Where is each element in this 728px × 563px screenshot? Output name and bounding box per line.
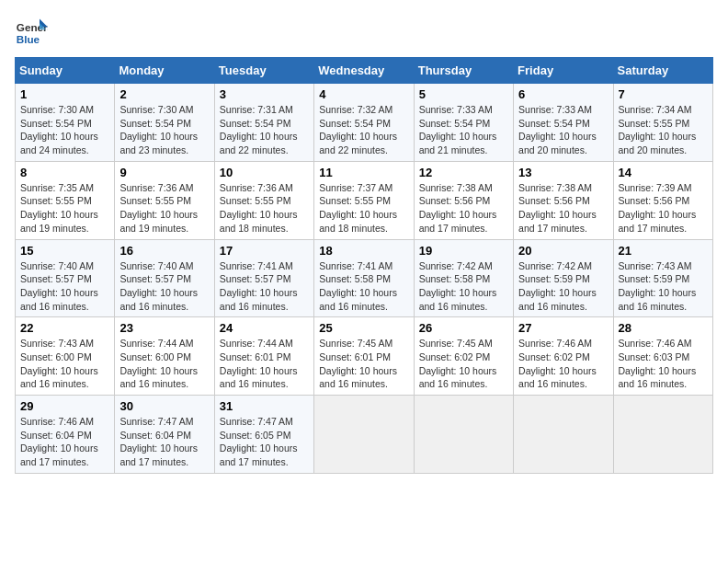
day-info: Sunrise: 7:36 AMSunset: 5:55 PMDaylight:… xyxy=(119,181,209,236)
day-number: 15 xyxy=(20,244,109,258)
day-info: Sunrise: 7:38 AMSunset: 5:56 PMDaylight:… xyxy=(518,181,608,236)
calendar-cell: 18Sunrise: 7:41 AMSunset: 5:58 PMDayligh… xyxy=(314,239,414,317)
day-info: Sunrise: 7:37 AMSunset: 5:55 PMDaylight:… xyxy=(319,181,408,236)
day-number: 25 xyxy=(319,321,408,335)
weekday-header: Saturday xyxy=(613,58,712,84)
calendar-cell: 28Sunrise: 7:46 AMSunset: 6:03 PMDayligh… xyxy=(613,317,712,396)
calendar-cell: 2Sunrise: 7:30 AMSunset: 5:54 PMDaylight… xyxy=(115,84,214,162)
day-number: 3 xyxy=(220,87,309,101)
calendar-cell: 16Sunrise: 7:40 AMSunset: 5:57 PMDayligh… xyxy=(115,239,214,317)
calendar-cell: 10Sunrise: 7:36 AMSunset: 5:55 PMDayligh… xyxy=(214,161,313,239)
day-info: Sunrise: 7:46 AMSunset: 6:03 PMDaylight:… xyxy=(619,337,708,391)
calendar-cell: 9Sunrise: 7:36 AMSunset: 5:55 PMDaylight… xyxy=(115,161,214,239)
calendar-week-row: 29Sunrise: 7:46 AMSunset: 6:04 PMDayligh… xyxy=(16,396,713,474)
logo: General Blue xyxy=(15,15,48,48)
day-number: 2 xyxy=(119,87,209,101)
calendar-cell: 7Sunrise: 7:34 AMSunset: 5:55 PMDaylight… xyxy=(613,84,712,162)
day-info: Sunrise: 7:40 AMSunset: 5:57 PMDaylight:… xyxy=(119,259,209,314)
calendar-cell: 27Sunrise: 7:46 AMSunset: 6:02 PMDayligh… xyxy=(514,317,613,396)
day-number: 30 xyxy=(119,399,209,413)
calendar-cell: 5Sunrise: 7:33 AMSunset: 5:54 PMDaylight… xyxy=(414,84,513,162)
day-number: 14 xyxy=(619,166,708,179)
calendar-cell: 30Sunrise: 7:47 AMSunset: 6:04 PMDayligh… xyxy=(115,396,214,474)
day-info: Sunrise: 7:36 AMSunset: 5:55 PMDaylight:… xyxy=(220,181,309,236)
calendar-week-row: 22Sunrise: 7:43 AMSunset: 6:00 PMDayligh… xyxy=(16,317,713,396)
day-info: Sunrise: 7:32 AMSunset: 5:54 PMDaylight:… xyxy=(319,103,408,157)
day-info: Sunrise: 7:42 AMSunset: 5:59 PMDaylight:… xyxy=(518,259,608,314)
calendar-cell: 12Sunrise: 7:38 AMSunset: 5:56 PMDayligh… xyxy=(414,161,513,239)
day-number: 1 xyxy=(20,87,109,101)
calendar-cell: 19Sunrise: 7:42 AMSunset: 5:58 PMDayligh… xyxy=(414,239,513,317)
day-number: 8 xyxy=(20,166,109,179)
weekday-header: Friday xyxy=(514,58,613,84)
calendar-cell: 31Sunrise: 7:47 AMSunset: 6:05 PMDayligh… xyxy=(214,396,313,474)
day-info: Sunrise: 7:47 AMSunset: 6:05 PMDaylight:… xyxy=(220,415,309,469)
calendar-week-row: 8Sunrise: 7:35 AMSunset: 5:55 PMDaylight… xyxy=(16,161,713,239)
weekday-header: Monday xyxy=(115,58,214,84)
day-number: 29 xyxy=(20,399,109,413)
day-info: Sunrise: 7:30 AMSunset: 5:54 PMDaylight:… xyxy=(119,103,209,157)
calendar-cell: 29Sunrise: 7:46 AMSunset: 6:04 PMDayligh… xyxy=(16,396,115,474)
day-info: Sunrise: 7:39 AMSunset: 5:56 PMDaylight:… xyxy=(619,181,708,236)
weekday-header: Tuesday xyxy=(214,58,313,84)
day-number: 26 xyxy=(419,321,508,335)
day-info: Sunrise: 7:46 AMSunset: 6:04 PMDaylight:… xyxy=(20,415,109,469)
calendar-table: SundayMondayTuesdayWednesdayThursdayFrid… xyxy=(15,57,713,474)
day-number: 22 xyxy=(20,321,109,335)
calendar-week-row: 1Sunrise: 7:30 AMSunset: 5:54 PMDaylight… xyxy=(16,84,713,162)
calendar-cell: 15Sunrise: 7:40 AMSunset: 5:57 PMDayligh… xyxy=(16,239,115,317)
calendar-cell: 20Sunrise: 7:42 AMSunset: 5:59 PMDayligh… xyxy=(514,239,613,317)
day-number: 11 xyxy=(319,166,408,179)
calendar-cell: 4Sunrise: 7:32 AMSunset: 5:54 PMDaylight… xyxy=(314,84,414,162)
calendar-cell: 24Sunrise: 7:44 AMSunset: 6:01 PMDayligh… xyxy=(214,317,313,396)
calendar-cell: 6Sunrise: 7:33 AMSunset: 5:54 PMDaylight… xyxy=(514,84,613,162)
day-number: 31 xyxy=(220,399,309,413)
day-number: 27 xyxy=(518,321,608,335)
day-number: 23 xyxy=(119,321,209,335)
day-number: 16 xyxy=(119,244,209,258)
calendar-cell xyxy=(514,396,613,474)
day-number: 5 xyxy=(419,87,508,101)
day-info: Sunrise: 7:42 AMSunset: 5:58 PMDaylight:… xyxy=(419,259,508,314)
day-number: 13 xyxy=(518,166,608,179)
day-number: 21 xyxy=(619,244,708,258)
logo-icon: General Blue xyxy=(15,15,48,48)
calendar-cell xyxy=(414,396,513,474)
calendar-cell: 25Sunrise: 7:45 AMSunset: 6:01 PMDayligh… xyxy=(314,317,414,396)
day-number: 7 xyxy=(619,87,708,101)
day-info: Sunrise: 7:43 AMSunset: 5:59 PMDaylight:… xyxy=(619,259,708,314)
calendar-cell: 13Sunrise: 7:38 AMSunset: 5:56 PMDayligh… xyxy=(514,161,613,239)
weekday-header: Thursday xyxy=(414,58,513,84)
day-info: Sunrise: 7:38 AMSunset: 5:56 PMDaylight:… xyxy=(419,181,508,236)
day-number: 9 xyxy=(119,166,209,179)
day-info: Sunrise: 7:46 AMSunset: 6:02 PMDaylight:… xyxy=(518,337,608,391)
day-info: Sunrise: 7:35 AMSunset: 5:55 PMDaylight:… xyxy=(20,181,109,236)
day-info: Sunrise: 7:33 AMSunset: 5:54 PMDaylight:… xyxy=(419,103,508,157)
day-number: 17 xyxy=(220,244,309,258)
calendar-cell xyxy=(613,396,712,474)
day-number: 28 xyxy=(619,321,708,335)
day-info: Sunrise: 7:33 AMSunset: 5:54 PMDaylight:… xyxy=(518,103,608,157)
day-number: 10 xyxy=(220,166,309,179)
header: General Blue xyxy=(15,15,713,48)
day-info: Sunrise: 7:34 AMSunset: 5:55 PMDaylight:… xyxy=(619,103,708,157)
day-info: Sunrise: 7:31 AMSunset: 5:54 PMDaylight:… xyxy=(220,103,309,157)
svg-text:Blue: Blue xyxy=(17,33,40,45)
day-info: Sunrise: 7:30 AMSunset: 5:54 PMDaylight:… xyxy=(20,103,109,157)
day-info: Sunrise: 7:41 AMSunset: 5:57 PMDaylight:… xyxy=(220,259,309,314)
calendar-cell: 17Sunrise: 7:41 AMSunset: 5:57 PMDayligh… xyxy=(214,239,313,317)
calendar-cell: 23Sunrise: 7:44 AMSunset: 6:00 PMDayligh… xyxy=(115,317,214,396)
day-info: Sunrise: 7:45 AMSunset: 6:02 PMDaylight:… xyxy=(419,337,508,391)
calendar-cell: 26Sunrise: 7:45 AMSunset: 6:02 PMDayligh… xyxy=(414,317,513,396)
calendar-cell: 1Sunrise: 7:30 AMSunset: 5:54 PMDaylight… xyxy=(16,84,115,162)
day-info: Sunrise: 7:40 AMSunset: 5:57 PMDaylight:… xyxy=(20,259,109,314)
calendar-cell: 11Sunrise: 7:37 AMSunset: 5:55 PMDayligh… xyxy=(314,161,414,239)
day-number: 20 xyxy=(518,244,608,258)
day-number: 6 xyxy=(518,87,608,101)
calendar-cell xyxy=(314,396,414,474)
day-number: 12 xyxy=(419,166,508,179)
calendar-week-row: 15Sunrise: 7:40 AMSunset: 5:57 PMDayligh… xyxy=(16,239,713,317)
day-info: Sunrise: 7:44 AMSunset: 6:01 PMDaylight:… xyxy=(220,337,309,391)
day-info: Sunrise: 7:44 AMSunset: 6:00 PMDaylight:… xyxy=(119,337,209,391)
calendar-cell: 3Sunrise: 7:31 AMSunset: 5:54 PMDaylight… xyxy=(214,84,313,162)
